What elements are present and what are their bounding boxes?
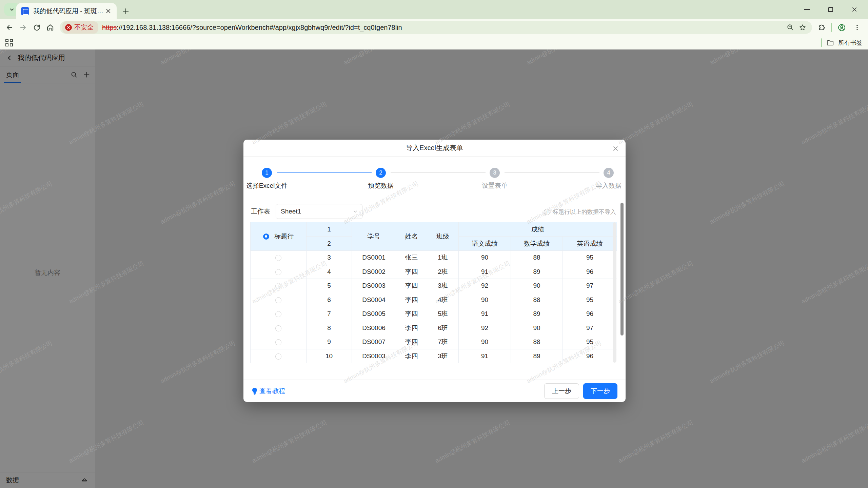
menu-kebab-icon[interactable] — [851, 21, 863, 34]
cell-class: 7班 — [427, 335, 459, 349]
prev-step-button[interactable]: 上一步 — [544, 383, 579, 399]
url-text[interactable]: https://192.168.31.138:16666/?source=ope… — [102, 24, 784, 32]
dialog-scrollbar-thumb[interactable] — [620, 203, 624, 336]
cell-student-id: DS0007 — [352, 335, 396, 349]
forward-button[interactable] — [16, 21, 30, 34]
cell-english: 97 — [563, 321, 617, 335]
step-1-number: 1 — [262, 168, 272, 178]
table-row: 5 DS0003 李四 3班 92 90 97 — [251, 279, 617, 293]
import-excel-dialog: 导入Excel生成表单 1 选择Excel文件 2 预览数据 3 设置表单 4 … — [243, 140, 626, 402]
new-tab-button[interactable] — [119, 5, 132, 18]
cell-seq: 9 — [307, 335, 352, 349]
all-bookmarks-label[interactable]: 所有书签 — [838, 39, 863, 47]
cell-chinese: 92 — [459, 321, 511, 335]
row-radio[interactable] — [275, 283, 281, 289]
home-button[interactable] — [43, 21, 57, 34]
table-scrollbar[interactable] — [613, 222, 616, 363]
cell-class: 5班 — [427, 307, 459, 321]
back-button[interactable] — [3, 21, 16, 34]
table-row: 4 DS0002 李四 2班 91 89 96 — [251, 265, 617, 279]
row-radio[interactable] — [275, 297, 281, 303]
extensions-puzzle-icon[interactable] — [815, 21, 828, 34]
bookmarks-bar: 所有书签 — [0, 36, 868, 49]
cell-class: 1班 — [427, 251, 459, 265]
row-radio[interactable] — [275, 353, 281, 360]
cell-student-id: DS0002 — [352, 265, 396, 279]
cell-seq: 10 — [307, 349, 352, 363]
dialog-footer: 查看教程 上一步 下一步 — [243, 380, 626, 402]
browser-tab[interactable]: 我的低代码应用 - 斑斑低代码 — [16, 3, 117, 19]
site-favicon — [21, 7, 29, 15]
row-radio[interactable] — [275, 339, 281, 345]
cell-seq: 3 — [307, 251, 352, 265]
tab-close-icon[interactable] — [104, 7, 113, 16]
security-badge-label: 不安全 — [74, 23, 94, 32]
cell-name: 李四 — [396, 321, 427, 335]
security-badge[interactable]: ✕ 不安全 — [62, 21, 98, 34]
hint-text: 标题行以上的数据不导入 — [553, 208, 616, 216]
cell-seq: 5 — [307, 279, 352, 293]
not-secure-icon: ✕ — [65, 24, 72, 31]
step-connector-3 — [505, 172, 599, 173]
profile-avatar-icon[interactable] — [835, 21, 848, 34]
cell-name: 李四 — [396, 335, 427, 349]
cell-student-id: DS0005 — [352, 307, 396, 321]
address-bar[interactable]: ✕ 不安全 https://192.168.31.138:16666/?sour… — [60, 21, 812, 34]
cell-chinese: 92 — [459, 279, 511, 293]
dialog-close-icon[interactable] — [610, 143, 621, 154]
row-radio[interactable] — [275, 325, 281, 331]
worksheet-label: 工作表 — [251, 207, 270, 216]
dialog-header: 导入Excel生成表单 — [243, 140, 626, 157]
step-3-label: 设置表单 — [457, 181, 532, 190]
browser-toolbar: ✕ 不安全 https://192.168.31.138:16666/?sour… — [0, 19, 868, 36]
lightbulb-icon — [252, 387, 258, 395]
row-radio[interactable] — [275, 311, 281, 317]
col-header-score-group: 成绩 — [459, 222, 617, 237]
step-3-number: 3 — [490, 168, 500, 178]
reload-button[interactable] — [30, 21, 43, 34]
col-header-english: 英语成绩 — [563, 237, 617, 251]
toolbar-separator — [831, 23, 832, 32]
step-3-setup-form: 3 设置表单 — [457, 168, 532, 190]
cell-chinese: 91 — [459, 307, 511, 321]
worksheet-select[interactable]: Sheet1 — [276, 204, 362, 219]
zoom-indicator-icon[interactable] — [784, 21, 796, 34]
cell-class: 4班 — [427, 293, 459, 307]
cell-math: 88 — [511, 251, 563, 265]
view-tutorial-link[interactable]: 查看教程 — [252, 387, 285, 395]
cell-name: 张三 — [396, 251, 427, 265]
cell-student-id: DS0001 — [352, 251, 396, 265]
row-radio[interactable] — [275, 255, 281, 261]
cell-name: 李四 — [396, 349, 427, 363]
select-chevron-icon — [353, 209, 358, 214]
table-row: 9 DS0007 李四 7班 90 88 95 — [251, 335, 617, 349]
cell-seq: 6 — [307, 293, 352, 307]
apps-grid-icon[interactable] — [5, 39, 13, 46]
row-radio[interactable] — [275, 269, 281, 275]
bookmark-star-icon[interactable] — [796, 21, 809, 34]
step-2-number: 2 — [376, 168, 386, 178]
step-4-label: 导入数据 — [571, 181, 646, 190]
step-connector-1 — [277, 172, 372, 173]
cell-math: 89 — [511, 349, 563, 363]
cell-name: 李四 — [396, 293, 427, 307]
cell-student-id: DS0003 — [352, 279, 396, 293]
cell-english: 97 — [563, 279, 617, 293]
cell-chinese: 91 — [459, 265, 511, 279]
window-restore-button[interactable] — [823, 2, 838, 17]
window-minimize-button[interactable] — [800, 2, 814, 17]
cell-student-id: DS0003 — [352, 349, 396, 363]
cell-english: 96 — [563, 307, 617, 321]
header-row-radio-cell[interactable]: 标题行 — [251, 222, 307, 251]
step-1-label: 选择Excel文件 — [230, 181, 304, 190]
cell-seq: 8 — [307, 321, 352, 335]
chevron-down-icon — [8, 6, 15, 13]
header-row-radio-selected[interactable] — [263, 233, 269, 240]
browser-tab-strip: 我的低代码应用 - 斑斑低代码 — [0, 0, 868, 19]
next-step-button[interactable]: 下一步 — [583, 383, 617, 399]
cell-math: 90 — [511, 279, 563, 293]
cell-class: 2班 — [427, 265, 459, 279]
cell-english: 95 — [563, 335, 617, 349]
window-close-button[interactable] — [847, 2, 862, 17]
tab-title: 我的低代码应用 - 斑斑低代码 — [33, 7, 104, 16]
